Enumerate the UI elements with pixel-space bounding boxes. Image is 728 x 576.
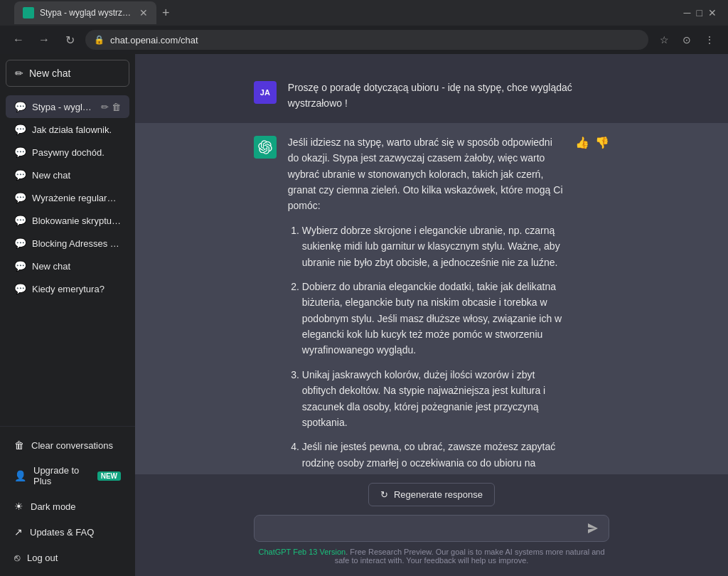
main-content: JAProszę o poradę dotyczącą ubioru - idę… bbox=[135, 54, 728, 576]
conversation-title: Kiedy emerytura? bbox=[32, 284, 121, 294]
conv-actions: ✏ 🗑 bbox=[101, 102, 121, 112]
conversation-item[interactable]: 💬 Jak działa falownik. bbox=[6, 118, 129, 141]
conversation-title: Blocking Adresses with RegEx bbox=[32, 238, 121, 249]
upgrade-icon: 👤 bbox=[14, 470, 26, 481]
conversation-item[interactable]: 💬 New chat bbox=[6, 164, 129, 186]
sidebar-upgrade-item[interactable]: 👤 Upgrade to Plus NEW bbox=[6, 458, 129, 494]
minimize-button[interactable]: ─ bbox=[684, 7, 691, 18]
conversation-title: New chat bbox=[32, 261, 121, 272]
assistant-message-content: Jeśli idziesz na stypę, warto ubrać się … bbox=[288, 134, 564, 474]
dark-icon: ☀ bbox=[14, 501, 23, 512]
chat-icon: 💬 bbox=[14, 260, 26, 272]
sidebar-bottom: 🗑 Clear conversations 👤 Upgrade to Plus … bbox=[0, 426, 135, 576]
url-text: chat.openai.com/chat bbox=[110, 35, 198, 46]
regenerate-icon: ↻ bbox=[380, 489, 388, 500]
tab-close-button[interactable]: ✕ bbox=[139, 7, 148, 18]
conversation-title: Pasywny dochód. bbox=[32, 147, 121, 158]
new-chat-icon: ✏ bbox=[15, 68, 23, 79]
footer-link[interactable]: ChatGPT Feb 13 Version bbox=[258, 548, 346, 556]
chat-icon: 💬 bbox=[14, 283, 26, 294]
list-item: Unikaj jaskrawych kolorów, dużej ilości … bbox=[302, 367, 564, 431]
gpt-avatar bbox=[254, 136, 277, 159]
menu-button[interactable]: ⋮ bbox=[700, 30, 719, 50]
input-area bbox=[254, 515, 609, 542]
conversation-item[interactable]: 💬 Blokowanie skryptu RegEx bbox=[6, 209, 129, 232]
chat-icon: 💬 bbox=[14, 192, 26, 203]
logout-label: Log out bbox=[27, 553, 121, 563]
list-item: Jeśli nie jesteś pewna, co ubrać, zawsze… bbox=[302, 439, 564, 474]
conversation-item[interactable]: 💬 New chat bbox=[6, 255, 129, 277]
thumbs-down-button[interactable]: 👎 bbox=[595, 136, 609, 149]
sidebar-top: ✏ New chat bbox=[0, 54, 135, 92]
reload-button[interactable]: ↻ bbox=[60, 30, 80, 50]
thumbs-up-button[interactable]: 👍 bbox=[575, 136, 589, 149]
logout-icon: ⎋ bbox=[14, 552, 20, 563]
maximize-button[interactable]: □ bbox=[697, 7, 702, 18]
intro-text: Jeśli idziesz na stypę, warto ubrać się … bbox=[288, 134, 564, 214]
footer-text: ChatGPT Feb 13 Version. Free Research Pr… bbox=[254, 548, 609, 567]
chat-icon: 💬 bbox=[14, 124, 26, 135]
conversation-title: New chat bbox=[32, 170, 121, 181]
new-badge: NEW bbox=[97, 471, 121, 481]
new-chat-button[interactable]: ✏ New chat bbox=[6, 60, 129, 87]
chat-icon: 💬 bbox=[14, 215, 26, 226]
back-button[interactable]: ← bbox=[9, 30, 28, 50]
active-tab[interactable]: Stypa - wygląd wystrzałowy! ✕ bbox=[14, 1, 156, 24]
sidebar-clear-item[interactable]: 🗑 Clear conversations bbox=[6, 432, 129, 458]
conversation-list: 💬 Stypa - wygląd wystrzał ✏ 🗑 💬 Jak dzia… bbox=[0, 92, 135, 426]
conversation-item[interactable]: 💬 Kiedy emerytura? bbox=[6, 277, 129, 300]
chat-bottom: ↻ Regenerate response ChatGPT Feb 13 Ver… bbox=[135, 474, 728, 576]
message-actions: 👍 👎 bbox=[575, 134, 609, 474]
chat-icon: 💬 bbox=[14, 238, 26, 249]
tab-title: Stypa - wygląd wystrzałowy! bbox=[40, 8, 134, 18]
conversation-title: Stypa - wygląd wystrzał bbox=[32, 102, 95, 112]
send-button[interactable] bbox=[587, 523, 599, 534]
sidebar-updates-item[interactable]: ↗ Updates & FAQ bbox=[6, 519, 129, 545]
bookmark-button[interactable]: ☆ bbox=[654, 30, 674, 50]
updates-label: Updates & FAQ bbox=[30, 527, 121, 538]
upgrade-label: Upgrade to Plus bbox=[33, 465, 90, 486]
sidebar-logout-item[interactable]: ⎋ Log out bbox=[6, 545, 129, 570]
new-chat-label: New chat bbox=[29, 68, 70, 79]
chat-icon: 💬 bbox=[14, 101, 26, 112]
profile-button[interactable]: ⊙ bbox=[677, 30, 697, 50]
tab-favicon bbox=[23, 7, 34, 18]
forward-button[interactable]: → bbox=[34, 30, 54, 50]
nav-bar: ← → ↻ 🔒 chat.openai.com/chat ☆ ⊙ ⋮ bbox=[0, 26, 728, 54]
user-avatar: JA bbox=[254, 81, 277, 104]
chat-icon: 💬 bbox=[14, 146, 26, 158]
address-bar[interactable]: 🔒 chat.openai.com/chat bbox=[85, 30, 648, 50]
regenerate-button[interactable]: ↻ Regenerate response bbox=[368, 483, 495, 506]
dark-label: Dark mode bbox=[31, 501, 121, 512]
tab-bar: Stypa - wygląd wystrzałowy! ✕ + ─ □ ✕ bbox=[0, 0, 728, 26]
nav-actions: ☆ ⊙ ⋮ bbox=[654, 30, 719, 50]
regenerate-label: Regenerate response bbox=[394, 489, 483, 500]
conversation-item[interactable]: 💬 Pasywny dochód. bbox=[6, 141, 129, 164]
clear-label: Clear conversations bbox=[31, 440, 121, 451]
conversation-item[interactable]: 💬 Stypa - wygląd wystrzał ✏ 🗑 bbox=[6, 95, 129, 118]
updates-icon: ↗ bbox=[14, 526, 23, 538]
assistant-message: Jeśli idziesz na stypę, warto ubrać się … bbox=[135, 123, 728, 474]
conversation-item[interactable]: 💬 Blocking Adresses with RegEx bbox=[6, 232, 129, 255]
list-item: Wybierz dobrze skrojone i eleganckie ubr… bbox=[302, 223, 564, 270]
edit-icon[interactable]: ✏ bbox=[101, 102, 109, 112]
user-message-content: Proszę o poradę dotyczącą ubioru - idę n… bbox=[288, 80, 609, 112]
new-tab-button[interactable]: + bbox=[159, 6, 173, 21]
chat-icon: 💬 bbox=[14, 169, 26, 181]
sidebar-dark-item[interactable]: ☀ Dark mode bbox=[6, 494, 129, 519]
chat-area: JAProszę o poradę dotyczącą ubioru - idę… bbox=[135, 54, 728, 474]
user-message: JAProszę o poradę dotyczącą ubioru - idę… bbox=[135, 68, 728, 123]
conversation-title: Jak działa falownik. bbox=[32, 124, 121, 135]
conversation-title: Wyrażenie regularne dla bloka bbox=[32, 193, 121, 203]
chat-input[interactable] bbox=[264, 523, 580, 534]
clear-icon: 🗑 bbox=[14, 439, 24, 451]
lock-icon: 🔒 bbox=[94, 35, 105, 45]
delete-icon[interactable]: 🗑 bbox=[112, 102, 121, 112]
browser-chrome: Stypa - wygląd wystrzałowy! ✕ + ─ □ ✕ ← … bbox=[0, 0, 728, 54]
app: ✏ New chat 💬 Stypa - wygląd wystrzał ✏ 🗑… bbox=[0, 54, 728, 576]
conversation-item[interactable]: 💬 Wyrażenie regularne dla bloka bbox=[6, 186, 129, 209]
conversation-title: Blokowanie skryptu RegEx bbox=[32, 215, 121, 226]
sidebar: ✏ New chat 💬 Stypa - wygląd wystrzał ✏ 🗑… bbox=[0, 54, 135, 576]
list-item: Dobierz do ubrania eleganckie dodatki, t… bbox=[302, 279, 564, 358]
close-window-button[interactable]: ✕ bbox=[708, 7, 717, 18]
